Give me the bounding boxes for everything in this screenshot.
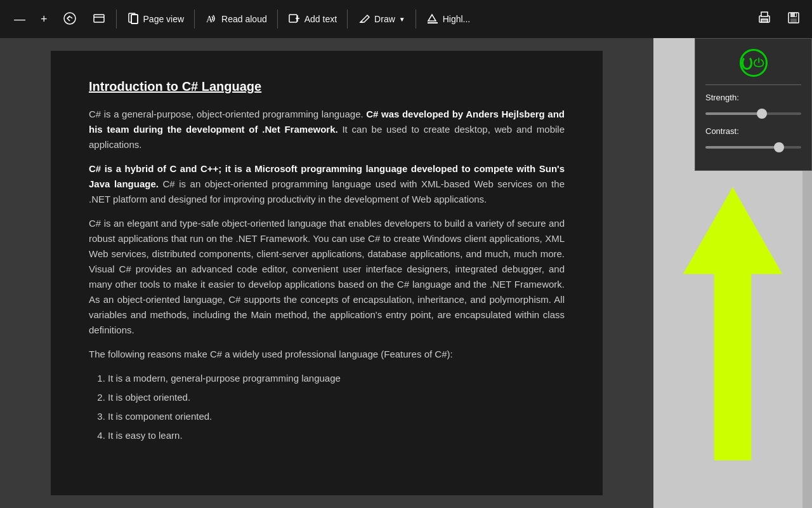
strength-container: Strength: bbox=[705, 93, 801, 117]
immersive-button[interactable] bbox=[84, 0, 114, 38]
svg-rect-22 bbox=[795, 13, 796, 17]
main-area: Introduction to C# Language C# is a gene… bbox=[0, 38, 812, 508]
content-heading: Introduction to C# Language bbox=[89, 76, 565, 97]
paragraph-2: C# is a hybrid of C and C++; it is a Mic… bbox=[89, 161, 565, 207]
svg-rect-1 bbox=[94, 15, 104, 22]
page-view-button[interactable]: Page view bbox=[119, 0, 192, 38]
contrast-slider[interactable] bbox=[705, 146, 801, 149]
pdf-viewer[interactable]: Introduction to C# Language C# is a gene… bbox=[0, 38, 653, 508]
separator-3 bbox=[277, 10, 278, 29]
draw-icon bbox=[358, 12, 370, 27]
paragraph-2-end: C# is an object-oriented programming lan… bbox=[89, 178, 565, 204]
right-panel: Strength: Contrast: bbox=[653, 38, 812, 508]
pdf-page: Introduction to C# Language C# is a gene… bbox=[51, 51, 603, 495]
list-item: It is a modern, general-purpose programm… bbox=[108, 371, 565, 386]
new-tab-button[interactable]: + bbox=[33, 0, 55, 38]
save-button[interactable] bbox=[782, 6, 806, 33]
svg-rect-21 bbox=[790, 18, 797, 23]
page-view-icon bbox=[127, 12, 140, 27]
svg-point-0 bbox=[64, 13, 75, 24]
back-icon bbox=[63, 11, 77, 27]
save-icon bbox=[787, 11, 801, 28]
print-button[interactable] bbox=[752, 6, 776, 33]
separator-1 bbox=[116, 10, 117, 29]
svg-marker-10 bbox=[360, 15, 369, 22]
contrast-label: Contrast: bbox=[705, 126, 801, 136]
read-aloud-label: Read aloud bbox=[221, 14, 267, 24]
highlight-label: Highl... bbox=[443, 14, 471, 24]
strength-label: Strength: bbox=[705, 93, 801, 102]
separator-5 bbox=[416, 10, 416, 29]
page-view-label: Page view bbox=[143, 14, 185, 24]
settings-popup: Strength: Contrast: bbox=[695, 38, 812, 171]
popup-divider bbox=[705, 84, 801, 85]
svg-rect-4 bbox=[131, 15, 138, 23]
close-button[interactable]: — bbox=[6, 0, 33, 38]
svg-marker-23 bbox=[683, 187, 783, 460]
separator-2 bbox=[194, 10, 195, 29]
strength-slider[interactable] bbox=[705, 112, 801, 115]
power-button[interactable] bbox=[740, 49, 768, 77]
paragraph-1: C# is a general-purpose, object-oriented… bbox=[89, 107, 565, 152]
features-list: It is a modern, general-purpose programm… bbox=[108, 371, 565, 443]
contrast-container: Contrast: bbox=[705, 126, 801, 151]
svg-rect-15 bbox=[761, 12, 768, 17]
svg-marker-12 bbox=[428, 15, 436, 21]
add-text-label: Add text bbox=[304, 14, 337, 24]
draw-chevron-icon: ▼ bbox=[399, 16, 405, 23]
read-aloud-icon: A bbox=[205, 12, 218, 27]
add-text-button[interactable]: Add text bbox=[280, 0, 344, 38]
list-item: It is object oriented. bbox=[108, 390, 565, 405]
back-button[interactable] bbox=[55, 0, 84, 38]
list-item: It is component oriented. bbox=[108, 409, 565, 424]
paragraph-3: C# is an elegant and type-safe object-or… bbox=[89, 216, 565, 338]
close-icon: — bbox=[14, 13, 25, 26]
draw-label: Draw bbox=[374, 14, 395, 24]
immersive-icon bbox=[92, 11, 106, 27]
print-icon bbox=[757, 11, 771, 28]
read-aloud-button[interactable]: A Read aloud bbox=[197, 0, 275, 38]
draw-button[interactable]: Draw ▼ bbox=[350, 7, 413, 32]
separator-4 bbox=[347, 10, 348, 29]
paragraph-1-start: C# is a general-purpose, object-oriented… bbox=[89, 109, 366, 119]
up-arrow-icon bbox=[682, 175, 783, 460]
features-intro: The following reasons make C# a widely u… bbox=[89, 347, 565, 362]
highlight-button[interactable]: Highl... bbox=[419, 0, 478, 38]
plus-icon: + bbox=[41, 13, 48, 26]
highlight-icon bbox=[426, 12, 439, 27]
list-item: It is easy to learn. bbox=[108, 428, 565, 443]
up-arrow-container bbox=[682, 127, 783, 508]
add-text-icon bbox=[288, 12, 301, 27]
toolbar-right bbox=[752, 6, 806, 33]
toolbar: — + Page view bbox=[0, 0, 812, 38]
power-button-container bbox=[705, 49, 801, 77]
